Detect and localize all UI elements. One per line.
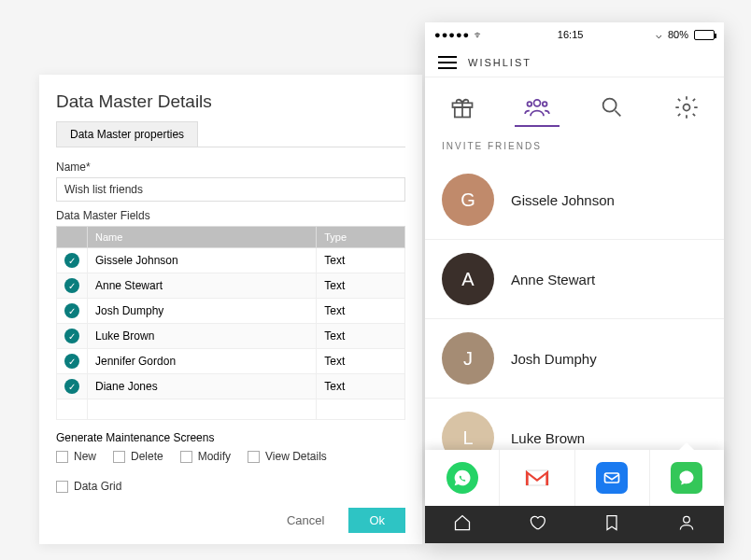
friend-name: Luke Brown: [511, 430, 585, 446]
button-row: Cancel Ok: [56, 508, 405, 533]
name-label: Name*: [56, 161, 405, 174]
checkbox-label: New: [74, 450, 96, 463]
table-row[interactable]: ✓ Luke Brown Text: [57, 324, 405, 349]
checkbox-view-details[interactable]: View Details: [248, 450, 327, 463]
tab-search[interactable]: [584, 89, 640, 126]
checkbox-label: View Details: [265, 450, 327, 463]
cell-type: Text: [317, 248, 405, 273]
nav-home[interactable]: [453, 513, 472, 536]
cancel-button[interactable]: Cancel: [266, 508, 345, 533]
table-row[interactable]: ✓ Jennifer Gordon Text: [57, 349, 405, 374]
cell-type: Text: [317, 324, 405, 349]
tab-gifts[interactable]: [434, 89, 490, 126]
nav-favorites[interactable]: [528, 513, 546, 536]
friend-item[interactable]: A Anne Stewart: [425, 240, 724, 319]
ok-button[interactable]: Ok: [348, 508, 405, 533]
top-tabs: [425, 77, 724, 126]
avatar: A: [442, 253, 494, 305]
data-master-dialog: Data Master Details Data Master properti…: [39, 75, 422, 544]
svg-point-8: [684, 516, 690, 523]
nav-profile[interactable]: [677, 513, 696, 536]
avatar: J: [442, 332, 494, 385]
checkbox-box: [113, 451, 125, 463]
fields-label: Data Master Fields: [56, 209, 405, 222]
name-input[interactable]: [56, 177, 405, 202]
checkbox-box: [56, 481, 68, 493]
battery-pct: 80%: [668, 29, 688, 40]
col-check: [57, 227, 88, 248]
svg-point-5: [603, 99, 616, 112]
table-row[interactable]: ✓ Gissele Johnson Text: [57, 248, 405, 273]
check-icon: ✓: [64, 278, 79, 293]
checkbox-box: [180, 451, 192, 463]
battery-icon: [694, 30, 715, 40]
checkbox-delete[interactable]: Delete: [113, 450, 163, 463]
app-header: WISHLIST: [425, 47, 724, 77]
friend-name: Gissele Johnson: [511, 192, 615, 208]
generate-label: Generate Maintenance Screens: [56, 431, 405, 444]
cell-type: Text: [317, 349, 405, 374]
col-type: Type: [317, 227, 405, 248]
cell-type: Text: [317, 299, 405, 324]
svg-point-2: [534, 100, 541, 106]
friend-item[interactable]: J Josh Dumphy: [425, 319, 724, 399]
share-mail[interactable]: [575, 450, 650, 506]
bluetooth-icon: ⌵: [656, 29, 662, 41]
section-invite: INVITE FRIENDS: [425, 126, 724, 161]
cell-name: Anne Stewart: [88, 273, 317, 299]
signal-icon: ●●●●● ᯤ: [434, 29, 485, 40]
svg-rect-7: [605, 473, 619, 483]
cell-name: Luke Brown: [88, 324, 317, 349]
svg-point-4: [543, 102, 547, 106]
check-icon: ✓: [64, 354, 79, 369]
friend-name: Josh Dumphy: [511, 351, 597, 367]
table-row[interactable]: ✓ Diane Jones Text: [57, 374, 405, 399]
check-icon: ✓: [64, 303, 79, 318]
fields-table: Name Type ✓ Gissele Johnson Text✓ Anne S…: [56, 226, 405, 420]
cell-type: Text: [317, 374, 405, 399]
bottom-nav: [425, 506, 724, 543]
menu-icon[interactable]: [438, 56, 457, 69]
share-bar: [425, 450, 724, 506]
table-row[interactable]: ✓ Anne Stewart Text: [57, 273, 405, 299]
checkbox-box: [56, 451, 68, 463]
tab-friends[interactable]: [509, 89, 565, 126]
status-bar: ●●●●● ᯤ 16:15 ⌵ 80%: [425, 22, 724, 47]
cell-type: Text: [317, 273, 405, 299]
cell-name: Gissele Johnson: [88, 248, 317, 273]
status-time: 16:15: [558, 29, 584, 40]
share-messages[interactable]: [650, 450, 724, 506]
avatar: G: [442, 174, 494, 226]
tab-settings[interactable]: [659, 89, 715, 126]
nav-bookmark[interactable]: [602, 513, 621, 536]
phone-mock: ●●●●● ᯤ 16:15 ⌵ 80% WISHLIST INVITE FRIE…: [425, 22, 724, 543]
tab-properties[interactable]: Data Master properties: [56, 121, 198, 147]
check-icon: ✓: [64, 379, 79, 394]
svg-point-6: [684, 105, 690, 111]
check-icon: ✓: [64, 329, 79, 343]
check-icon: ✓: [64, 253, 79, 268]
checkbox-modify[interactable]: Modify: [180, 450, 231, 463]
app-title: WISHLIST: [468, 57, 531, 68]
cell-name: Josh Dumphy: [88, 299, 317, 324]
checkbox-data-grid[interactable]: Data Grid: [56, 480, 121, 493]
checkbox-label: Delete: [131, 450, 163, 463]
friend-name: Anne Stewart: [511, 272, 595, 287]
checkbox-new[interactable]: New: [56, 450, 96, 463]
checkbox-label: Modify: [198, 450, 231, 463]
cell-name: Diane Jones: [88, 374, 317, 399]
dialog-tabs: Data Master properties: [56, 121, 405, 147]
col-name: Name: [88, 227, 317, 248]
dialog-title: Data Master Details: [56, 91, 405, 112]
share-whatsapp[interactable]: [425, 450, 500, 506]
checkbox-row: NewDeleteModifyView DetailsData Grid: [56, 450, 405, 493]
checkbox-label: Data Grid: [74, 480, 121, 493]
svg-point-3: [528, 102, 532, 106]
table-row[interactable]: ✓ Josh Dumphy Text: [57, 299, 405, 324]
friend-item[interactable]: G Gissele Johnson: [425, 161, 724, 240]
cell-name: Jennifer Gordon: [88, 349, 317, 374]
checkbox-box: [248, 451, 260, 463]
share-gmail[interactable]: [500, 450, 574, 506]
